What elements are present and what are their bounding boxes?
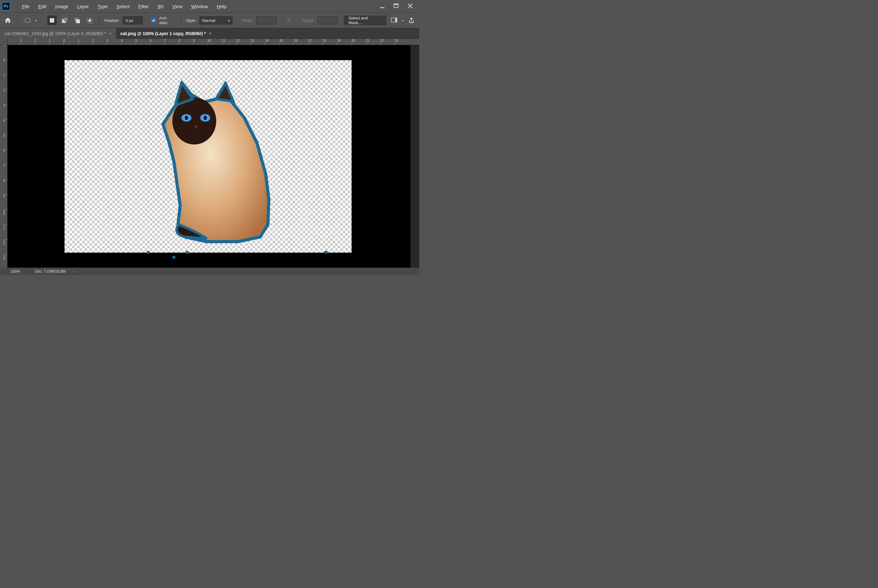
marquee-tool-icon[interactable] [23, 16, 32, 25]
menu-help[interactable]: Help [213, 0, 231, 12]
stray-pixel [324, 251, 328, 254]
feather-label: Feather: [104, 18, 119, 23]
close-icon[interactable]: × [209, 31, 211, 36]
status-chevron-icon[interactable]: › [70, 269, 78, 274]
svg-rect-8 [76, 20, 80, 23]
stray-pixel [186, 251, 189, 254]
selection-subtract-icon[interactable] [72, 16, 82, 25]
selection-intersect-icon[interactable] [85, 16, 94, 25]
svg-point-18 [204, 116, 207, 120]
share-icon[interactable] [407, 16, 416, 25]
doc-size[interactable]: Doc: 7,03M/18,8M [31, 269, 70, 274]
menu-bar: Ps File Edit Image Layer Type Select Fil… [0, 0, 419, 12]
window-close-icon[interactable] [408, 3, 413, 10]
selection-new-icon[interactable] [47, 16, 57, 25]
canvas-viewport[interactable] [7, 45, 411, 275]
svg-rect-13 [395, 18, 397, 22]
window-maximize-icon[interactable] [394, 3, 399, 10]
menu-file[interactable]: File [18, 0, 34, 12]
height-label: Height: [301, 18, 314, 23]
tab-document-2[interactable]: cat.png @ 100% (Layer 1 copy, RGB/8#) * … [116, 28, 216, 39]
selection-add-icon[interactable] [60, 16, 69, 25]
stray-pixel [172, 256, 175, 259]
feather-input[interactable] [123, 16, 143, 24]
document-tabs: cat-2068462_1920.jpg @ 100% (Layer 0, RG… [0, 28, 419, 39]
menu-select[interactable]: Select [112, 0, 134, 12]
home-button[interactable] [3, 16, 12, 25]
svg-rect-11 [89, 20, 91, 22]
width-label: Width: [241, 18, 253, 23]
svg-rect-4 [50, 18, 54, 22]
options-bar: ▾ Feather: Anti-alias Style: Normal▾ Wid… [0, 12, 419, 28]
panel-chevron-icon[interactable]: ▾ [402, 19, 404, 22]
menu-filter[interactable]: Filter [134, 0, 153, 12]
tab-document-1[interactable]: cat-2068462_1920.jpg @ 100% (Layer 0, RG… [0, 28, 116, 39]
ruler-origin[interactable] [0, 39, 7, 45]
select-and-mask-button[interactable]: Select and Mask... [344, 16, 387, 25]
layer-content [144, 80, 276, 246]
swap-dimensions-icon [286, 17, 292, 24]
tool-chevron-icon[interactable]: ▾ [35, 19, 37, 22]
menu-layer[interactable]: Layer [73, 0, 93, 12]
document-canvas[interactable] [64, 60, 352, 253]
antialias-checkbox[interactable] [151, 18, 156, 23]
panel-toggle-icon[interactable] [390, 16, 399, 25]
zoom-level[interactable]: 100% [0, 269, 31, 274]
antialias-label: Anti-alias [159, 16, 176, 25]
style-select[interactable]: Normal▾ [199, 16, 232, 24]
status-bar: 100% Doc: 7,03M/18,8M › [0, 268, 419, 275]
window-minimize-icon[interactable] [380, 3, 385, 10]
ruler-horizontal[interactable]: 4321012345678910111213141516171819202122… [7, 39, 419, 45]
style-label: Style: [186, 18, 196, 23]
menu-view[interactable]: View [168, 0, 187, 12]
menu-image[interactable]: Image [51, 0, 73, 12]
close-icon[interactable]: × [109, 31, 112, 36]
width-input [256, 16, 276, 24]
ruler-vertical[interactable]: 101234567891011121314 [0, 45, 7, 275]
menu-edit[interactable]: Edit [34, 0, 51, 12]
menu-window[interactable]: Window [187, 0, 212, 12]
menu-type[interactable]: Type [93, 0, 112, 12]
svg-point-3 [25, 18, 30, 22]
stray-pixel [147, 251, 150, 254]
menu-3d[interactable]: 3D [153, 0, 168, 12]
tab-label: cat-2068462_1920.jpg @ 100% (Layer 0, RG… [4, 31, 106, 36]
height-input [318, 16, 337, 24]
svg-rect-2 [394, 4, 398, 5]
workspace: 4321012345678910111213141516171819202122… [0, 39, 419, 275]
app-logo: Ps [2, 2, 10, 10]
tab-label: cat.png @ 100% (Layer 1 copy, RGB/8#) * [120, 31, 205, 36]
svg-point-17 [185, 116, 188, 120]
svg-rect-0 [380, 7, 385, 8]
svg-rect-6 [64, 18, 67, 21]
